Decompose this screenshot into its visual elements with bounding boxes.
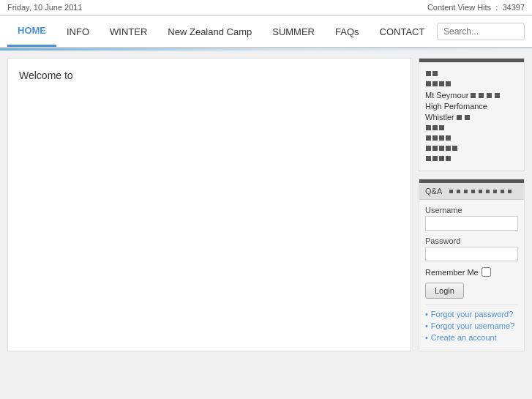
nav-item-home[interactable]: HOME — [7, 16, 56, 47]
login-title-left: Q&A — [425, 187, 512, 195]
mt-seymour-link[interactable]: Mt Seymour — [425, 91, 468, 100]
create-account-link[interactable]: Create an account — [431, 333, 497, 342]
username-label: Username — [425, 206, 518, 215]
pixel-row-3 — [425, 124, 518, 133]
create-account-item: Create an account — [425, 333, 518, 342]
username-input[interactable] — [425, 216, 518, 231]
nav-bar: HOME INFO WINTER New Zealand Camp SUMMER… — [0, 15, 532, 48]
hits-counter: Content View Hits : 34397 — [427, 3, 525, 12]
remember-label: Remember Me — [425, 268, 479, 277]
password-label: Password — [425, 236, 518, 245]
remember-checkbox[interactable] — [482, 267, 491, 277]
nav-item-winter[interactable]: WINTER — [100, 18, 157, 46]
forgot-username-link[interactable]: Forgot your username? — [431, 321, 514, 330]
login-box-body: Username Password Remember Me Login Forg… — [419, 200, 524, 351]
password-input[interactable] — [425, 247, 518, 261]
nav-item-summer[interactable]: SUMMER — [262, 18, 325, 46]
pixel-row-5 — [425, 144, 518, 153]
main-layout: Welcome to Mt Seymour High Perfomance — [0, 51, 532, 359]
date-label: Friday, 10 June 2011 — [7, 3, 83, 12]
welcome-text: Welcome to — [19, 70, 400, 81]
sidebar-link-whistler[interactable]: Whistler — [425, 113, 518, 122]
nav-item-contact[interactable]: CONTACT — [370, 18, 435, 46]
right-sidebar: Mt Seymour High Perfomance Whistler — [419, 58, 525, 351]
login-box-title: Q&A — [419, 183, 524, 200]
pixel-row-4 — [425, 134, 518, 143]
login-button[interactable]: Login — [425, 283, 464, 299]
forgot-password-link[interactable]: Forgot your password? — [431, 310, 514, 318]
pixel-row-6 — [425, 154, 518, 163]
login-links: Forgot your password? Forgot your userna… — [425, 305, 518, 342]
remember-row: Remember Me — [425, 267, 518, 277]
login-box: Q&A Username Password — [419, 179, 525, 351]
top-bar: Friday, 10 June 2011 Content View Hits :… — [0, 0, 532, 15]
nav-item-info[interactable]: INFO — [56, 18, 100, 46]
high-performance-link[interactable]: High Perfomance — [425, 102, 487, 111]
sidebar-link-high-performance[interactable]: High Perfomance — [425, 102, 518, 111]
search-input[interactable] — [437, 23, 525, 40]
forgot-password-item: Forgot your password? — [425, 310, 518, 318]
pixel-row-1 — [425, 70, 518, 78]
forgot-username-item: Forgot your username? — [425, 321, 518, 330]
content-area: Welcome to — [7, 58, 411, 351]
nav-item-faqs[interactable]: FAQs — [325, 18, 370, 46]
nav-item-nzcamp[interactable]: New Zealand Camp — [157, 18, 262, 46]
sidebar-box-content: Mt Seymour High Perfomance Whistler — [419, 62, 524, 171]
whistler-link[interactable]: Whistler — [425, 113, 454, 122]
sidebar-links-box: Mt Seymour High Perfomance Whistler — [419, 58, 525, 171]
pixel-row-2 — [425, 80, 518, 89]
sidebar-link-mt-seymour[interactable]: Mt Seymour — [425, 91, 518, 100]
